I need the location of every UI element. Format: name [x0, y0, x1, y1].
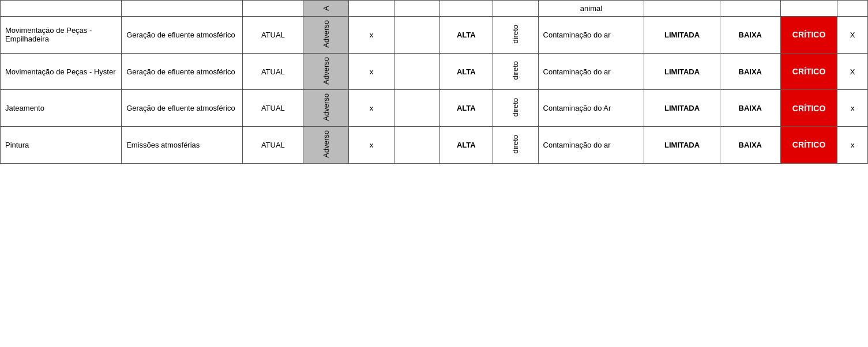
impact-cell-1: Contaminação do ar — [538, 17, 644, 54]
empty-top-critic — [780, 1, 837, 17]
empty-top-ext — [644, 1, 720, 17]
magnitude-cell-2: ALTA — [439, 53, 493, 90]
impact-cell-4: Contaminação do ar — [538, 127, 644, 164]
table-row: Movimentação de Peças - Empilhadeira Ger… — [1, 17, 868, 54]
phase-cell-1: ATUAL — [243, 17, 303, 54]
check-cell-2: X — [837, 53, 868, 90]
empty-cell-1 — [394, 17, 439, 54]
type-cell-2: Adverso — [303, 53, 349, 90]
extension-cell-3: LIMITADA — [644, 90, 720, 127]
type-cell-3: Adverso — [303, 90, 349, 127]
importance-cell-3: BAIXA — [720, 90, 780, 127]
animal-cell: animal — [538, 1, 644, 17]
phase-cell-4: ATUAL — [243, 127, 303, 164]
extension-cell-2: LIMITADA — [644, 53, 720, 90]
rotated-header-label: A — [322, 6, 330, 11]
empty-top-aspect — [122, 1, 243, 17]
x-cell-4: x — [349, 127, 394, 164]
interaction-cell-2: direto — [493, 53, 538, 90]
magnitude-cell-1: ALTA — [439, 17, 493, 54]
magnitude-cell-4: ALTA — [439, 127, 493, 164]
empty-top-left — [1, 1, 122, 17]
interaction-rotated-2: direto — [511, 61, 520, 80]
aspect-cell-4: Emissões atmosférias — [122, 127, 243, 164]
activity-cell-4: Pintura — [1, 127, 122, 164]
critic-cell-1: CRÍTICO — [780, 17, 837, 54]
aspect-cell-1: Geração de efluente atmosférico — [122, 17, 243, 54]
rotated-header-cell: A — [303, 1, 349, 17]
check-cell-4: x — [837, 127, 868, 164]
extension-cell-4: LIMITADA — [644, 127, 720, 164]
extension-cell-1: LIMITADA — [644, 17, 720, 54]
critic-cell-2: CRÍTICO — [780, 53, 837, 90]
aspect-cell-2: Geração de efluente atmosférico — [122, 53, 243, 90]
check-cell-3: x — [837, 90, 868, 127]
x-cell-3: x — [349, 90, 394, 127]
interaction-rotated-4: direto — [511, 135, 520, 154]
interaction-rotated-3: direto — [511, 98, 520, 117]
table-row: Pintura Emissões atmosférias ATUAL Adver… — [1, 127, 868, 164]
critic-cell-4: CRÍTICO — [780, 127, 837, 164]
importance-cell-1: BAIXA — [720, 17, 780, 54]
impact-cell-2: Contaminação do ar — [538, 53, 644, 90]
empty-cell-2 — [394, 53, 439, 90]
interaction-cell-4: direto — [493, 127, 538, 164]
empty-cell-3 — [394, 90, 439, 127]
empty-top-inter — [493, 1, 538, 17]
interaction-cell-3: direto — [493, 90, 538, 127]
type-rotated-3: Adverso — [322, 93, 330, 121]
empty-cell-4 — [394, 127, 439, 164]
type-rotated-4: Adverso — [322, 130, 330, 158]
interaction-cell-1: direto — [493, 17, 538, 54]
empty-top-x — [349, 1, 394, 17]
table-row: Jateamento Geração de efluente atmosféri… — [1, 90, 868, 127]
type-cell-1: Adverso — [303, 17, 349, 54]
empty-top-imp — [720, 1, 780, 17]
table-row: Movimentação de Peças - Hyster Geração d… — [1, 53, 868, 90]
empty-top-e1 — [394, 1, 439, 17]
partial-header-row: A animal — [1, 1, 868, 17]
x-cell-2: x — [349, 53, 394, 90]
empty-top-phase — [243, 1, 303, 17]
phase-cell-2: ATUAL — [243, 53, 303, 90]
aspect-cell-3: Geração de efluente atmosférico — [122, 90, 243, 127]
type-rotated-1: Adverso — [322, 20, 330, 48]
empty-top-mag — [439, 1, 493, 17]
type-cell-4: Adverso — [303, 127, 349, 164]
check-cell-1: X — [837, 17, 868, 54]
activity-cell-1: Movimentação de Peças - Empilhadeira — [1, 17, 122, 54]
x-cell-1: x — [349, 17, 394, 54]
activity-cell-3: Jateamento — [1, 90, 122, 127]
empty-top-check — [837, 1, 868, 17]
impact-cell-3: Contaminação do Ar — [538, 90, 644, 127]
main-table-container: A animal Movimentação de Peças - Empilha… — [0, 0, 868, 164]
impact-table: A animal Movimentação de Peças - Empilha… — [0, 0, 868, 164]
magnitude-cell-3: ALTA — [439, 90, 493, 127]
type-rotated-2: Adverso — [322, 57, 330, 85]
activity-cell-2: Movimentação de Peças - Hyster — [1, 53, 122, 90]
interaction-rotated-1: direto — [511, 25, 520, 44]
importance-cell-4: BAIXA — [720, 127, 780, 164]
critic-cell-3: CRÍTICO — [780, 90, 837, 127]
phase-cell-3: ATUAL — [243, 90, 303, 127]
importance-cell-2: BAIXA — [720, 53, 780, 90]
